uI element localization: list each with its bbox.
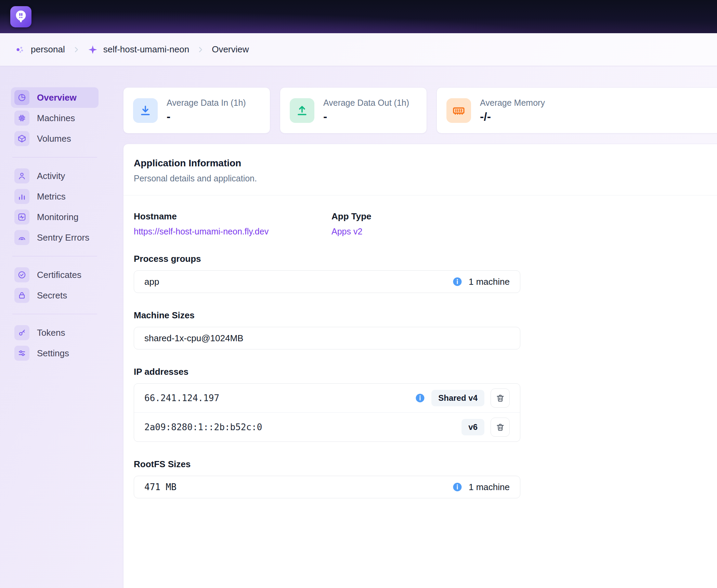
balloon-icon: [13, 9, 29, 25]
info-icon[interactable]: [415, 393, 425, 403]
sidebar-item-settings[interactable]: Settings: [11, 343, 99, 363]
application-information-card: Application Information Personal details…: [123, 144, 717, 588]
delete-ip-button[interactable]: [491, 418, 510, 437]
flyio-logo[interactable]: [10, 6, 31, 27]
bar-chart-icon: [14, 189, 29, 204]
sidebar-divider: [12, 314, 97, 314]
sidebar-item-monitoring[interactable]: Monitoring: [11, 207, 99, 227]
ip-address-value: 2a09:8280:1::2b:b52c:0: [144, 422, 262, 432]
process-groups-label: Process groups: [134, 254, 717, 264]
metric-card-data-out: Average Data Out (1h) -: [280, 87, 427, 133]
sidebar-item-sentry-errors[interactable]: Sentry Errors: [11, 227, 99, 248]
metric-label: Average Data In (1h): [167, 98, 246, 108]
metric-value: -/-: [480, 110, 545, 123]
process-group-machines: 1 machine: [469, 277, 510, 287]
app-type-label: App Type: [331, 211, 717, 222]
sidebar-item-volumes[interactable]: Volumes: [11, 128, 99, 149]
rootfs-machines: 1 machine: [469, 482, 510, 493]
sidebar-label: Monitoring: [37, 212, 78, 222]
info-icon[interactable]: [452, 482, 462, 492]
metric-value: -: [323, 110, 409, 123]
sparkle-icon: [88, 44, 98, 55]
metric-card-memory: Average Memory -/-: [436, 87, 717, 133]
sidebar-label: Sentry Errors: [37, 232, 89, 243]
machine-sizes-box: shared-1x-cpu@1024MB: [134, 327, 520, 349]
trash-icon: [496, 423, 505, 432]
key-icon: [14, 325, 29, 340]
sidebar-label: Settings: [37, 348, 69, 359]
top-bar: [0, 0, 717, 33]
process-groups-box: app 1 machine: [134, 270, 520, 293]
sidebar-label: Overview: [37, 92, 77, 103]
sidebar-item-machines[interactable]: Machines: [11, 108, 99, 128]
ip-address-row: 2a09:8280:1::2b:b52c:0 v6: [134, 412, 520, 442]
breadcrumb-app[interactable]: self-host-umami-neon: [88, 44, 189, 55]
cpu-icon: [14, 111, 29, 126]
sidebar-label: Volumes: [37, 133, 71, 144]
memory-icon: [446, 98, 471, 123]
sentry-icon: [14, 230, 29, 245]
waveform-icon: [14, 209, 29, 225]
metric-cards-row: Average Data In (1h) - Average Data Out …: [123, 87, 717, 133]
card-title: Application Information: [134, 158, 717, 169]
rootfs-row: 471 MB 1 machine: [134, 476, 520, 498]
sidebar: Overview Machines Volumes Activity Me: [11, 87, 99, 363]
sidebar-item-metrics[interactable]: Metrics: [11, 186, 99, 207]
hostname-label: Hostname: [134, 211, 331, 222]
sidebar-label: Machines: [37, 113, 75, 124]
process-group-name: app: [144, 277, 159, 287]
org-dots-icon: [15, 44, 25, 55]
machine-size-value: shared-1x-cpu@1024MB: [144, 333, 243, 344]
application-information-header: Application Information Personal details…: [123, 144, 717, 195]
card-subtitle: Personal details and application.: [134, 174, 717, 183]
ip-type-badge: Shared v4: [431, 390, 484, 406]
package-icon: [14, 131, 29, 146]
ip-address-row: 66.241.124.197 Shared v4: [134, 384, 520, 412]
sidebar-label: Activity: [37, 171, 65, 181]
metric-label: Average Data Out (1h): [323, 98, 409, 108]
chevron-right-icon: [197, 46, 204, 53]
rootfs-size-value: 471 MB: [144, 482, 177, 492]
rootfs-sizes-label: RootFS Sizes: [134, 459, 717, 470]
sidebar-item-tokens[interactable]: Tokens: [11, 322, 99, 343]
activity-icon: [14, 168, 29, 183]
hostname-apptype-grid: Hostname https://self-host-umami-neon.fl…: [134, 211, 717, 237]
trash-icon: [496, 394, 505, 403]
breadcrumb-org-label: personal: [31, 44, 65, 55]
ip-addresses-box: 66.241.124.197 Shared v4 2a09:8: [134, 383, 520, 442]
sidebar-item-certificates[interactable]: Certificates: [11, 265, 99, 285]
breadcrumb-page: Overview: [212, 44, 249, 55]
machine-sizes-label: Machine Sizes: [134, 310, 717, 321]
breadcrumb-org[interactable]: personal: [15, 44, 65, 55]
ip-type-badge: v6: [461, 419, 484, 435]
sliders-icon: [14, 346, 29, 361]
rootfs-sizes-box: 471 MB 1 machine: [134, 476, 520, 498]
sidebar-divider: [12, 256, 97, 256]
ip-address-value: 66.241.124.197: [144, 393, 219, 403]
application-information-body: Hostname https://self-host-umami-neon.fl…: [123, 195, 717, 512]
machine-size-row: shared-1x-cpu@1024MB: [134, 327, 520, 349]
badge-check-icon: [14, 267, 29, 282]
app-type-link[interactable]: Apps v2: [331, 227, 362, 237]
metric-label: Average Memory: [480, 98, 545, 108]
ip-addresses-label: IP addresses: [134, 367, 717, 377]
sidebar-item-secrets[interactable]: Secrets: [11, 285, 99, 306]
lock-icon: [14, 288, 29, 303]
process-group-row: app 1 machine: [134, 271, 520, 293]
page-layout: Overview Machines Volumes Activity Me: [0, 66, 717, 588]
sidebar-label: Tokens: [37, 328, 65, 338]
metric-value: -: [167, 110, 246, 123]
info-icon[interactable]: [452, 277, 462, 287]
sidebar-item-overview[interactable]: Overview: [11, 87, 99, 108]
main-content: Average Data In (1h) - Average Data Out …: [123, 87, 717, 588]
delete-ip-button[interactable]: [491, 388, 510, 408]
sidebar-item-activity[interactable]: Activity: [11, 166, 99, 186]
sidebar-label: Metrics: [37, 191, 66, 202]
hostname-link[interactable]: https://self-host-umami-neon.fly.dev: [134, 227, 269, 237]
download-icon: [133, 98, 158, 123]
metric-card-data-in: Average Data In (1h) -: [123, 87, 270, 133]
upload-icon: [290, 98, 314, 123]
sidebar-divider: [12, 157, 97, 157]
breadcrumb-app-label: self-host-umami-neon: [103, 44, 189, 55]
sidebar-label: Certificates: [37, 270, 81, 280]
